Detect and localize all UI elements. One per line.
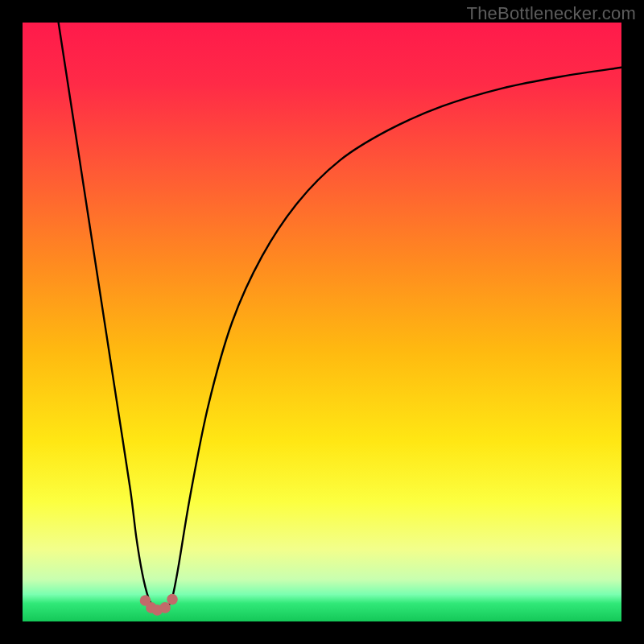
data-marker [159, 602, 171, 613]
plot-area [23, 23, 621, 621]
marker-group [140, 594, 178, 616]
curve-right-branch [167, 68, 621, 609]
chart-svg [23, 23, 621, 621]
chart-frame: TheBottlenecker.com [0, 0, 644, 644]
curve-left-branch [59, 23, 155, 609]
data-marker [167, 594, 178, 605]
watermark-label: TheBottlenecker.com [467, 3, 636, 24]
